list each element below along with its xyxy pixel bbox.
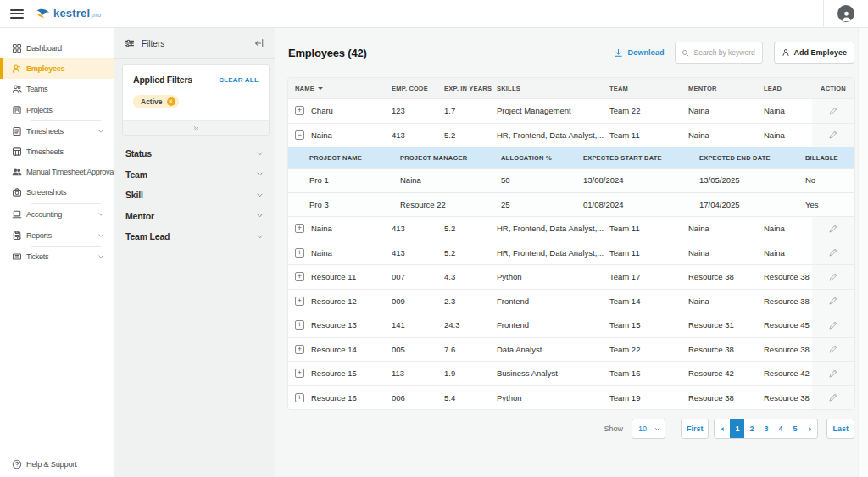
next-page-icon[interactable] [802,419,817,439]
user-avatar[interactable] [837,5,854,22]
filter-section-team[interactable]: Team [114,164,275,186]
edit-pencil-icon[interactable] [828,224,838,234]
employee-experience: 5.2 [444,248,497,258]
collapse-row-icon[interactable]: − [295,130,304,140]
page-number-5[interactable]: 5 [787,419,802,439]
expand-row-icon[interactable]: + [295,393,304,402]
hamburger-menu-icon[interactable] [0,7,34,20]
previous-page-icon[interactable] [715,419,730,439]
employee-skills: Python [497,393,609,402]
employee-mentor: Resource 42 [688,369,764,378]
page-size-select[interactable]: 10 [632,419,665,439]
expand-row-icon[interactable]: + [295,272,304,281]
column-header-exp-in-years: EXP. IN YEARS [444,85,497,92]
filter-section-status[interactable]: Status [114,143,275,164]
remove-chip-icon[interactable]: ✕ [167,97,175,106]
expand-applied-filters[interactable] [123,120,269,135]
last-page-button[interactable]: Last [826,419,854,439]
sidebar-item-label: Dashboard [26,44,62,53]
project-start-date: 13/08/2024 [583,175,699,185]
edit-pencil-icon[interactable] [828,296,838,306]
expand-row-icon[interactable]: + [295,320,304,330]
expand-row-icon[interactable]: + [295,248,304,258]
employee-mentor: Resource 38 [688,272,764,281]
clear-all-button[interactable]: CLEAR ALL [219,76,259,84]
employee-skills: Python [497,272,609,281]
sidebar-item-accounting[interactable]: Accounting [0,204,114,225]
sidebar-item-teams[interactable]: Teams [0,79,114,99]
employee-lead: Naina [764,130,812,140]
sidebar-item-label: Employees [26,64,64,73]
chevron-down-icon [256,233,264,241]
project-row: Pro 1Naina5013/08/202413/05/2025No [288,168,854,192]
edit-pencil-icon[interactable] [828,106,838,116]
edit-pencil-icon[interactable] [828,272,838,282]
sidebar-item-dashboard[interactable]: Dashboard [0,38,114,58]
first-page-button[interactable]: First [681,419,709,439]
employee-name: Resource 14 [311,345,357,354]
scrollbar-track[interactable] [858,28,868,477]
expand-row-icon[interactable]: + [295,369,304,378]
laptop-icon [12,209,22,219]
project-billable: No [805,175,854,185]
employee-skills: Data Analyst [497,345,609,354]
app-logo[interactable]: kestrel pro [35,7,101,21]
edit-pencil-icon[interactable] [828,130,838,140]
filters-panel: Filters Applied Filters CLEAR ALL Active… [114,28,275,477]
collapse-panel-icon[interactable] [254,38,264,48]
page-number-3[interactable]: 3 [759,419,773,439]
project-start-date: 01/08/2024 [583,200,699,209]
sidebar-item-timesheets[interactable]: Timesheets [0,121,114,141]
employee-code: 413 [392,224,444,233]
column-header-name[interactable]: NAME [288,85,392,92]
sidebar-item-manual-timesheet-approval[interactable]: Manual Timesheet Approval [0,162,114,182]
employee-skills: Frontend [497,297,609,306]
chevron-down-icon [256,170,264,178]
help-support-item[interactable]: Help & Support [0,452,114,477]
applied-filters-card: Applied Filters CLEAR ALL Active✕ [122,64,270,136]
edit-pencil-icon[interactable] [828,320,838,330]
sidebar-item-tickets[interactable]: Tickets [0,247,114,267]
employee-name: Resource 15 [311,369,357,378]
edit-pencil-icon[interactable] [828,344,838,354]
pagination: Show 10 First 12345 Last [288,419,854,439]
page-number-1[interactable]: 1 [730,419,744,439]
filter-section-label: Team [125,169,147,180]
expand-row-icon[interactable]: + [295,297,304,306]
chip-label: Active [141,97,163,106]
column-header-skills: SKILLS [497,85,609,92]
page-number-2[interactable]: 2 [744,419,759,439]
employee-experience: 2.3 [444,297,497,306]
sidebar-item-projects[interactable]: Projects [0,100,114,120]
chevron-down-icon [97,128,104,135]
add-employee-button[interactable]: Add Employee [774,42,854,64]
sidebar-item-screenshots[interactable]: Screenshots [0,182,114,202]
filter-section-team-lead[interactable]: Team Lead [114,226,275,247]
topbar: kestrel pro [0,0,868,28]
filter-section-label: Status [125,148,152,158]
column-header-action: ACTION [812,78,854,98]
sidebar-item-employees[interactable]: Employees [0,58,114,79]
chevron-down-icon [654,426,660,432]
page-number-4[interactable]: 4 [773,419,787,439]
filter-section-mentor[interactable]: Mentor [114,206,275,227]
employee-team: Team 22 [609,345,688,354]
edit-pencil-icon[interactable] [828,369,838,379]
download-button[interactable]: Download [614,48,664,58]
expand-row-icon[interactable]: + [295,106,304,115]
sidebar-item-reports[interactable]: Reports [0,225,114,246]
project-allocation: 25 [501,200,583,209]
sidebar-item-label: Tickets [26,252,48,261]
search-input[interactable] [693,48,756,57]
filter-section-skill[interactable]: Skill [114,185,275,206]
applied-filters-title: Applied Filters [133,75,192,85]
employee-row: +Naina4135.2HR, Frontend, Data Analyst,.… [288,216,854,241]
ticket-icon [12,252,22,262]
edit-pencil-icon[interactable] [828,392,838,402]
chevron-down-icon [256,150,264,158]
edit-pencil-icon[interactable] [828,247,838,258]
expand-row-icon[interactable]: + [295,224,304,233]
expand-row-icon[interactable]: + [295,345,304,354]
sidebar-item-timesheets[interactable]: Timesheets [0,141,114,162]
column-header-emp-code: EMP. CODE [392,85,444,92]
